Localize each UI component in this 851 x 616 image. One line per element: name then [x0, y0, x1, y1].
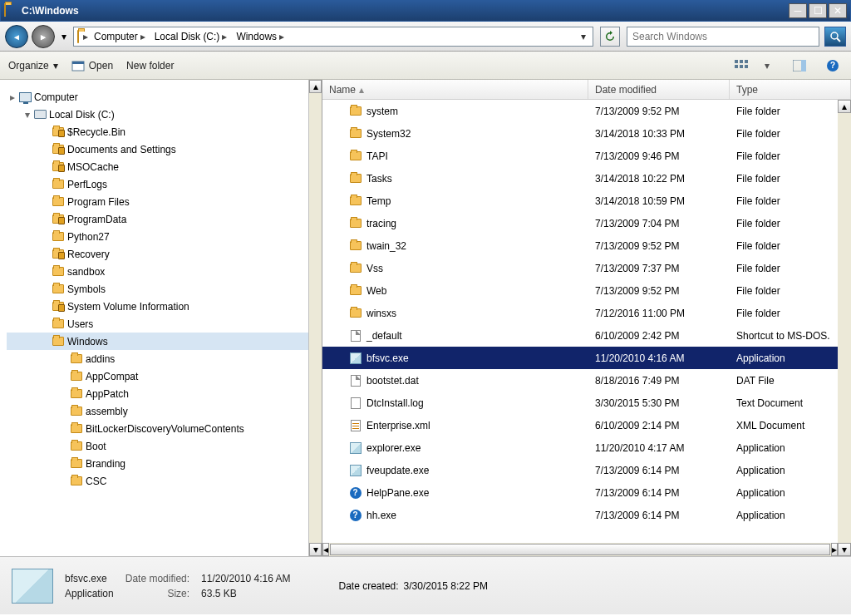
file-row[interactable]: bfsvc.exe11/20/2010 4:16 AMApplication — [322, 347, 851, 369]
breadcrumb-windows[interactable]: Windows — [236, 31, 277, 42]
refresh-button[interactable] — [600, 27, 620, 47]
file-row[interactable]: Web7/13/2009 9:52 PMFile folder — [322, 279, 851, 302]
file-row[interactable]: Vss7/13/2009 7:37 PMFile folder — [322, 257, 851, 279]
tree-item[interactable]: sandbox — [7, 263, 322, 280]
file-row[interactable]: System323/14/2018 10:33 PMFile folder — [322, 122, 851, 145]
file-row[interactable]: Temp3/14/2018 10:59 PMFile folder — [322, 190, 851, 212]
open-button[interactable]: Open — [71, 59, 113, 72]
preview-pane-button[interactable] — [790, 57, 809, 75]
file-row[interactable]: twain_327/13/2009 9:52 PMFile folder — [322, 234, 851, 257]
breadcrumb-separator[interactable]: ▸ — [138, 31, 148, 42]
minimize-button[interactable]: ─ — [789, 3, 807, 18]
scroll-down-button[interactable] — [838, 543, 851, 556]
tree-item[interactable]: Branding — [7, 455, 322, 472]
file-row[interactable]: explorer.exe11/20/2010 4:17 AMApplicatio… — [322, 436, 851, 459]
file-row[interactable]: bootstet.dat8/18/2016 7:49 PMDAT File — [322, 369, 851, 392]
file-row[interactable]: ?hh.exe7/13/2009 6:14 PMApplication — [322, 504, 851, 526]
tree-item[interactable]: assembly — [7, 402, 322, 420]
tree-item[interactable]: CSC — [7, 472, 322, 490]
file-row[interactable]: Tasks3/14/2018 10:22 PMFile folder — [322, 167, 851, 190]
tree-scrollbar[interactable] — [308, 80, 322, 556]
svg-line-1 — [837, 38, 840, 42]
file-date: 3/30/2015 5:30 PM — [588, 397, 730, 409]
column-header-name[interactable]: Name ▴ — [322, 80, 588, 99]
tree-item[interactable]: PerfLogs — [7, 175, 322, 193]
breadcrumb-computer[interactable]: Computer — [94, 31, 138, 42]
search-button[interactable] — [824, 27, 846, 47]
tree-item[interactable]: Documents and Settings — [7, 140, 322, 158]
view-options-button[interactable] — [731, 57, 751, 75]
file-date: 11/20/2010 4:16 AM — [588, 352, 730, 364]
help-button[interactable]: ? — [823, 57, 843, 75]
tree-item[interactable]: Recovery — [7, 245, 322, 263]
column-header-date[interactable]: Date modified — [588, 80, 730, 99]
breadcrumb-localdisk[interactable]: Local Disk (C:) — [155, 31, 220, 42]
nav-history-dropdown[interactable] — [58, 25, 70, 48]
tree-item[interactable]: ▸Computer — [7, 88, 322, 106]
list-hscrollbar[interactable]: ◂ ▸ — [322, 543, 838, 556]
file-type: File folder — [730, 150, 851, 162]
search-input[interactable] — [627, 31, 819, 42]
file-row[interactable]: _default6/10/2009 2:42 PMShortcut to MS-… — [322, 324, 851, 347]
breadcrumb-separator[interactable]: ▸ — [219, 31, 229, 42]
tree-item[interactable]: Users — [7, 315, 322, 333]
scroll-down-button[interactable] — [309, 543, 322, 556]
address-bar[interactable]: ▸ Computer▸ Local Disk (C:)▸ Windows▸ — [73, 27, 593, 47]
details-modified-value: 11/20/2010 4:16 AM — [201, 573, 290, 584]
tree-item[interactable]: Windows — [7, 333, 322, 350]
new-folder-button[interactable]: New folder — [126, 60, 174, 71]
tree-item[interactable]: AppCompat — [7, 367, 322, 385]
folder-icon — [70, 405, 83, 418]
tree-item[interactable]: Boot — [7, 437, 322, 455]
file-row[interactable]: DtcInstall.log3/30/2015 5:30 PMText Docu… — [322, 392, 851, 414]
view-dropdown[interactable] — [765, 60, 770, 71]
xml-icon — [349, 419, 362, 431]
breadcrumb-separator[interactable]: ▸ — [81, 31, 91, 42]
expander-icon[interactable]: ▾ — [22, 109, 33, 121]
file-row[interactable]: fveupdate.exe7/13/2009 6:14 PMApplicatio… — [322, 459, 851, 481]
scroll-up-button[interactable] — [309, 80, 322, 93]
folder-icon — [349, 195, 362, 207]
maximize-button[interactable]: ☐ — [809, 3, 827, 18]
breadcrumb-separator[interactable]: ▸ — [277, 31, 287, 42]
tree-item[interactable]: AppPatch — [7, 385, 322, 402]
file-row[interactable]: winsxs7/12/2016 11:00 PMFile folder — [322, 302, 851, 324]
file-row[interactable]: tracing7/13/2009 7:04 PMFile folder — [322, 212, 851, 234]
tree-item[interactable]: ProgramData — [7, 210, 322, 228]
back-button[interactable] — [5, 25, 28, 48]
tree-item[interactable]: Symbols — [7, 280, 322, 298]
arrow-right-icon — [39, 31, 47, 42]
file-row[interactable]: Enterprise.xml6/10/2009 2:14 PMXML Docum… — [322, 414, 851, 436]
column-header-type[interactable]: Type — [730, 80, 851, 99]
tree-item-label: Python27 — [67, 231, 110, 243]
expander-icon[interactable]: ▸ — [7, 91, 18, 103]
organize-menu[interactable]: Organize — [8, 60, 58, 71]
tree-item[interactable]: addins — [7, 350, 322, 367]
folder-icon — [52, 283, 65, 296]
tree-item[interactable]: Python27 — [7, 228, 322, 245]
close-button[interactable]: ✕ — [829, 3, 847, 18]
search-box[interactable] — [627, 27, 819, 47]
file-type: Application — [730, 465, 851, 476]
scroll-right-button[interactable]: ▸ — [831, 543, 838, 556]
list-vscrollbar[interactable] — [838, 100, 851, 556]
address-dropdown[interactable] — [576, 31, 591, 42]
tree-item[interactable]: System Volume Information — [7, 298, 322, 315]
tree-item[interactable]: MSOCache — [7, 158, 322, 175]
svg-rect-8 — [740, 65, 743, 68]
file-row[interactable]: system7/13/2009 9:52 PMFile folder — [322, 100, 851, 122]
scroll-up-button[interactable] — [838, 100, 851, 113]
scroll-left-button[interactable]: ◂ — [322, 543, 329, 556]
file-row[interactable]: TAPI7/13/2009 9:46 PMFile folder — [322, 145, 851, 167]
file-type: File folder — [730, 308, 851, 319]
file-date: 7/13/2009 7:04 PM — [588, 218, 730, 229]
tree-item[interactable]: ▾Local Disk (C:) — [7, 106, 322, 123]
tree-item[interactable]: BitLockerDiscoveryVolumeContents — [7, 420, 322, 437]
file-row[interactable]: ?HelpPane.exe7/13/2009 6:14 PMApplicatio… — [322, 481, 851, 504]
folder-locked-icon — [52, 213, 65, 226]
details-filetype: Application — [65, 588, 114, 599]
tree-item-label: Local Disk (C:) — [49, 109, 115, 121]
forward-button[interactable] — [32, 25, 55, 48]
tree-item[interactable]: Program Files — [7, 193, 322, 210]
tree-item[interactable]: $Recycle.Bin — [7, 123, 322, 140]
